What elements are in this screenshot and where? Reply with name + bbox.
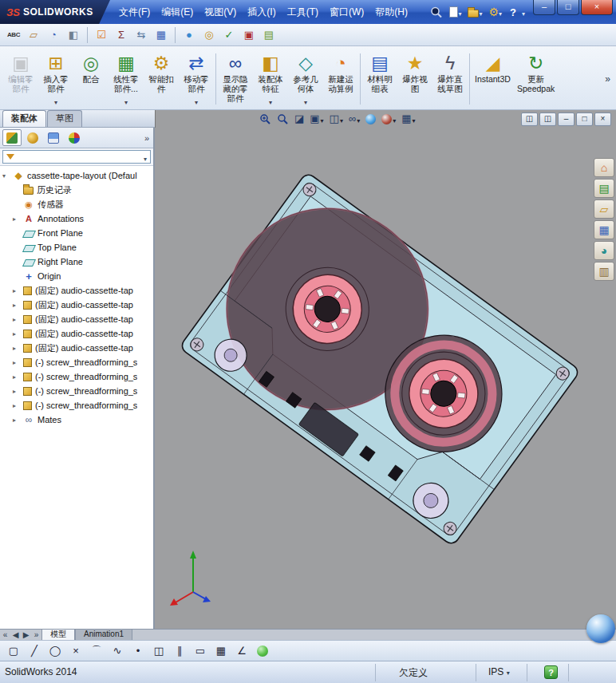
tree-item-audio-cassette-2[interactable]: (固定) audio-cassette-tap xyxy=(0,298,153,312)
tree-item-screw-4[interactable]: (-) screw_threadforming_s xyxy=(0,398,153,413)
menu-window[interactable]: 窗口(W) xyxy=(324,0,369,24)
measure-icon[interactable]: ▱ xyxy=(24,26,43,45)
zoom-to-area-icon[interactable] xyxy=(275,112,290,126)
tree-item-screw-3[interactable]: (-) screw_threadforming_s xyxy=(0,384,153,398)
zoom-to-fit-icon[interactable] xyxy=(258,112,273,126)
expander-icon[interactable] xyxy=(13,287,20,294)
next-window-button[interactable]: ◫ xyxy=(539,113,556,126)
tree-item-audio-cassette-1[interactable]: (固定) audio-cassette-tap xyxy=(0,283,153,298)
reference-geometry-button[interactable]: ◇ 参考几 何体 xyxy=(288,49,323,109)
edit-component-button[interactable]: ▣ 编辑零 部件 xyxy=(3,49,38,109)
apply-scene-icon[interactable] xyxy=(380,112,397,126)
tab-sketch[interactable]: 草图 xyxy=(47,110,82,127)
circle-icon[interactable]: ◯ xyxy=(45,642,65,660)
quick-tips-icon[interactable]: ? xyxy=(544,665,558,679)
displaymanager-tab[interactable] xyxy=(65,129,84,146)
previous-window-button[interactable]: ◫ xyxy=(521,113,538,126)
restore-document-button[interactable]: □ xyxy=(576,113,593,126)
appearances-scenes-icon[interactable]: ◕ xyxy=(594,241,614,260)
options-button[interactable]: ⚙ xyxy=(486,3,504,21)
menu-insert[interactable]: 插入(I) xyxy=(242,0,281,24)
display-style-icon[interactable]: ◫ xyxy=(328,112,345,126)
mass-properties-icon[interactable]: ◔ xyxy=(44,26,63,45)
tree-item-origin[interactable]: Origin xyxy=(0,269,153,283)
record-video-icon[interactable]: ▣ xyxy=(239,26,259,45)
linear-sketch-pattern-icon[interactable]: ▦ xyxy=(211,642,231,660)
previous-tab-arrow-icon[interactable]: ◀ xyxy=(10,630,21,640)
tree-item-audio-cassette-4[interactable]: (固定) audio-cassette-tap xyxy=(0,326,153,341)
propertymanager-tab[interactable] xyxy=(23,129,42,146)
smart-fasteners-button[interactable]: ⚙ 智能扣 件 xyxy=(144,49,179,109)
panel-overflow-button[interactable]: » xyxy=(144,133,151,143)
bill-of-materials-button[interactable]: ▤ 材料明 细表 xyxy=(362,49,397,109)
tab-assembly[interactable]: 装配体 xyxy=(2,110,46,127)
help-button[interactable]: ? xyxy=(506,6,520,18)
tree-item-screw-1[interactable]: (-) screw_threadforming_s xyxy=(0,355,153,369)
centerline-icon[interactable]: × xyxy=(66,642,85,660)
expander-icon[interactable] xyxy=(13,302,20,309)
next-tab-arrow-icon[interactable]: ▶ xyxy=(21,630,31,640)
apply-material-icon[interactable]: ◎ xyxy=(199,26,219,45)
file-explorer-icon[interactable]: ▱ xyxy=(594,199,614,219)
tree-item-top-plane[interactable]: Top Plane xyxy=(0,240,153,255)
corner-rectangle-icon[interactable]: ▭ xyxy=(191,642,210,660)
point-icon[interactable]: • xyxy=(128,642,148,660)
tree-item-mates[interactable]: Mates xyxy=(0,413,153,427)
section-properties-icon[interactable]: ◧ xyxy=(64,26,83,45)
exploded-view-button[interactable]: ★ 爆炸视 图 xyxy=(397,49,432,109)
show-hidden-components-button[interactable]: ∞ 显示隐 藏的零 部件 xyxy=(218,49,253,109)
external-references-icon[interactable]: ⇆ xyxy=(132,26,151,45)
material-ball-icon[interactable] xyxy=(253,642,272,660)
design-check-icon[interactable]: ✓ xyxy=(219,26,239,45)
mate-button[interactable]: ◎ 配合 xyxy=(73,49,109,109)
expander-icon[interactable] xyxy=(13,373,20,381)
expander-icon[interactable] xyxy=(13,345,20,352)
section-view-icon[interactable]: ◪ xyxy=(293,112,306,126)
smart-dimension-icon[interactable]: ∠ xyxy=(232,642,251,660)
minimize-button[interactable]: – xyxy=(533,0,555,15)
tree-root-assembly[interactable]: cassette-tape-layout (Defaul xyxy=(0,168,153,183)
search-icon[interactable] xyxy=(428,3,445,21)
expander-icon[interactable] xyxy=(13,359,20,366)
feature-tree[interactable]: cassette-tape-layout (Defaul 历史记录 传感器 An… xyxy=(0,166,153,629)
close-document-button[interactable]: × xyxy=(594,113,611,126)
hide-show-items-icon[interactable]: ∞ xyxy=(347,112,361,126)
spell-checker-icon[interactable]: ABC xyxy=(4,26,23,45)
tree-item-sensors[interactable]: 传感器 xyxy=(0,197,153,211)
expander-icon[interactable] xyxy=(13,316,20,323)
featuremanager-tree-tab[interactable] xyxy=(2,129,22,146)
expander-icon[interactable] xyxy=(2,172,10,180)
sketch-icon[interactable]: ▢ xyxy=(4,642,23,660)
check-document-icon[interactable]: ☑ xyxy=(92,26,111,45)
view-settings-icon[interactable]: ▦ xyxy=(400,112,417,126)
maximize-button[interactable]: □ xyxy=(557,0,579,15)
minimize-document-button[interactable]: – xyxy=(558,113,575,126)
units-selector[interactable]: IPS xyxy=(488,666,510,677)
display-states-icon[interactable]: ▤ xyxy=(259,26,278,45)
menu-file[interactable]: 文件(F) xyxy=(113,0,156,24)
edit-appearance-icon[interactable] xyxy=(364,112,377,126)
open-document-button[interactable] xyxy=(465,3,484,21)
design-library-icon[interactable]: ▤ xyxy=(594,179,614,198)
tree-item-right-plane[interactable]: Right Plane xyxy=(0,255,153,269)
update-speedpak-button[interactable]: ↻ 更新 Speedpak xyxy=(514,49,558,109)
tree-item-audio-cassette-3[interactable]: (固定) audio-cassette-tap xyxy=(0,312,153,326)
spline-icon[interactable]: ∿ xyxy=(108,642,127,660)
tab-animation1[interactable]: Animation1 xyxy=(75,630,132,640)
design-table-icon[interactable]: ▦ xyxy=(152,26,171,45)
tab-model[interactable]: 模型 xyxy=(41,630,75,640)
custom-properties-icon[interactable]: ▥ xyxy=(594,262,614,281)
new-document-button[interactable] xyxy=(447,3,464,21)
tree-filter-box[interactable] xyxy=(2,150,151,164)
mirror-entities-icon[interactable]: ◫ xyxy=(149,642,168,660)
expander-icon[interactable] xyxy=(13,402,20,409)
move-component-button[interactable]: ⇄ 移动零 部件 xyxy=(179,49,214,109)
tree-item-annotations[interactable]: Annotations xyxy=(0,211,153,226)
tree-item-front-plane[interactable]: Front Plane xyxy=(0,226,153,240)
explode-line-sketch-button[interactable]: ϟ 爆炸直 线草图 xyxy=(432,49,468,109)
linear-component-pattern-button[interactable]: ▦ 线性零 部件... xyxy=(109,49,144,109)
offset-entities-icon[interactable]: ∥ xyxy=(170,642,189,660)
menu-view[interactable]: 视图(V) xyxy=(199,0,242,24)
expander-icon[interactable] xyxy=(13,215,20,223)
view-palette-icon[interactable]: ▦ xyxy=(594,220,614,239)
